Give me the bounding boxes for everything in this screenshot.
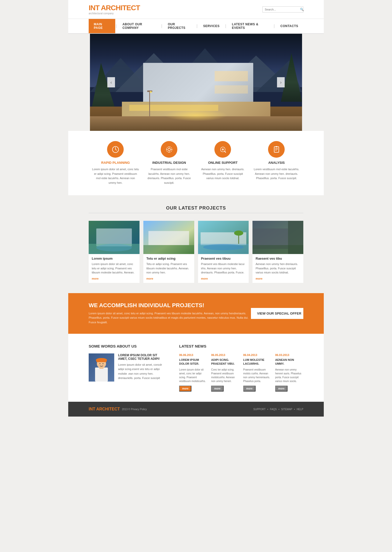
svg-point-44 [102, 363, 103, 364]
nav-sep-1: | [115, 24, 117, 28]
svg-point-30 [203, 244, 244, 250]
project-desc-4: Aenean non ummy hen dreriauris. Phaselll… [256, 262, 300, 275]
news-item-2: 06.05.2013 ADIPI SCING. PRAESENT VIBU. C… [211, 353, 239, 392]
nav-item-projects[interactable]: OUR PROJECTS [163, 19, 196, 33]
svg-point-8 [168, 148, 170, 151]
cta-button[interactable]: view our special offer [251, 308, 303, 319]
header: INT ARCHITECT architectural company 🔍 [68, 0, 324, 19]
news-date-2: 06.05.2013 [211, 353, 239, 356]
svg-rect-21 [96, 228, 132, 246]
svg-rect-19 [276, 146, 277, 147]
footer-sep-3: • [294, 408, 296, 411]
svg-line-14 [225, 151, 226, 152]
project-img-3 [198, 221, 249, 254]
nav-item-main-page[interactable]: MAIN PAGE [89, 19, 115, 33]
svg-point-9 [166, 147, 172, 152]
about-content: LOREM IPSUM DOLOR SIT AMET, CSEC TETUER … [89, 353, 164, 382]
search-input[interactable] [265, 8, 300, 11]
svg-rect-15 [274, 147, 279, 152]
news-more-btn-1[interactable]: more [179, 386, 191, 392]
nav-item-services[interactable]: SERVICES [198, 21, 225, 31]
svg-point-43 [99, 363, 100, 364]
project-info-2: Tetu er adipi scing Tetu er adipi scing.… [143, 254, 194, 283]
hero-image [90, 34, 302, 131]
svg-rect-25 [148, 231, 189, 245]
project-card-3: Praesent ves tibuu Praesent ves tibuum m… [198, 221, 249, 283]
nav-item-contacts[interactable]: CONTACTS [275, 21, 303, 31]
svg-rect-42 [96, 360, 107, 362]
project-info-1: Lorem ipsum Lorem ipsum dolor sit amet, … [89, 254, 140, 283]
svg-line-7 [116, 150, 117, 150]
logo-text: INT ARCHITECT [89, 4, 140, 12]
analysis-desc: Lorem vestibuum mol estie lacuiirhs. Aen… [253, 167, 300, 181]
footer-sep-1: • [267, 408, 269, 411]
cta-desc: Lorem ipsum dolor sit amet, conc tetu er… [89, 311, 251, 325]
nav-item-about[interactable]: ABOUT OUR COMPANY [117, 19, 160, 33]
news-item-1: 06.06.2013 LOREM IPSUM DOLOR SITER. Lore… [179, 353, 207, 392]
project-name-3: Praesent ves tibuu [201, 257, 246, 260]
footer-link-help[interactable]: HELP [297, 408, 303, 411]
building-light [164, 109, 228, 121]
news-grid: 06.06.2013 LOREM IPSUM DOLOR SITER. Lore… [179, 353, 303, 392]
project-desc-2: Tetu er adipi scing. Praesent ves tibuum… [146, 262, 191, 275]
project-more-3[interactable]: more [201, 277, 208, 280]
news-headline-4: AENEAN NON UMMY. [275, 358, 303, 366]
news-date-1: 06.06.2013 [179, 353, 207, 356]
feature-analysis: ANALYSIS Lorem vestibuum mol estie lacui… [253, 141, 300, 185]
footer-logo: INT ARCHITECT 2013 © Privacy Policy [89, 407, 147, 411]
project-more-2[interactable]: more [146, 277, 153, 280]
about-person-name: LOREM IPSUM DOLOR SIT AMET, CSEC TETUER … [118, 353, 164, 361]
project-more-1[interactable]: more [92, 277, 99, 280]
footer-link-support[interactable]: SUPPORT [253, 408, 266, 411]
logo-brand: INT [89, 4, 101, 12]
project-card-4: Raesent ves tibu Aenean non ummy hen dre… [252, 221, 303, 283]
footer-links: SUPPORT • FAQS • SITEMAP • HELP [253, 408, 303, 411]
analysis-title: ANALYSIS [253, 161, 300, 165]
about-image [89, 353, 114, 382]
online-support-title: ONLINE SUPPORT [199, 161, 247, 165]
news-more-btn-2[interactable]: more [211, 386, 223, 392]
footer-brand-accent: ARCHITECT [96, 407, 120, 411]
project-desc-3: Praesent ves tibuum molestie lacui irhs.… [201, 262, 246, 275]
news-body-3: Praesent vestibuum molsts cuirhs. Aenean… [243, 368, 271, 383]
footer-link-faqs[interactable]: FAQS [270, 408, 277, 411]
feature-rapid-planning: RAPID PLANNING Lorem ipsum dolor sit ame… [92, 141, 139, 185]
news-date-4: 06.03.2013 [275, 353, 303, 356]
features-section: RAPID PLANNING Lorem ipsum dolor sit ame… [68, 131, 324, 195]
project-card-1: Lorem ipsum Lorem ipsum dolor sit amet, … [89, 221, 140, 283]
logo-accent: ARCHITECT [101, 4, 140, 12]
news-body-4: Aenean non ummy henreri auris. Phaselus … [275, 368, 303, 383]
news-item-3: 06.04.2013 LUM MOLESTIE LACUIIRHS. Praes… [243, 353, 271, 392]
search-box[interactable]: 🔍 [262, 6, 303, 13]
news-section: LATEST NEWS 06.06.2013 LOREM IPSUM DOLOR… [179, 344, 303, 392]
nav-sep-2: | [161, 24, 163, 28]
rapid-planning-icon [107, 141, 124, 158]
industrial-design-title: INDUSTRIAL DESIGN [146, 161, 193, 165]
nav-item-news[interactable]: LATEST NEWS & EVENTS [227, 19, 273, 33]
svg-point-32 [234, 231, 243, 236]
project-card-2: Tetu er adipi scing Tetu er adipi scing.… [143, 221, 194, 283]
footer: INT ARCHITECT 2013 © Privacy Policy SUPP… [68, 402, 324, 417]
project-more-4[interactable]: more [256, 277, 262, 280]
cta-title: WE ACCOMPLISH INDIVIDUAL PROJECTS! [89, 302, 251, 309]
search-icon[interactable]: 🔍 [300, 8, 304, 11]
news-headline-3: LUM MOLESTIE LACUIIRHS. [243, 358, 271, 366]
slider-next-button[interactable]: › [277, 77, 285, 87]
rapid-planning-desc: Lorem ipsum dolor sit amet, conc tetu er… [92, 167, 139, 185]
footer-link-sitemap[interactable]: SITEMAP [281, 408, 292, 411]
project-info-3: Praesent ves tibuu Praesent ves tibuum m… [198, 254, 249, 283]
slider-prev-button[interactable]: ‹ [107, 77, 115, 87]
svg-rect-26 [143, 245, 194, 254]
online-support-desc: Aenean non ummy hen. dreriauris. Phasell… [199, 167, 247, 181]
lamppost [149, 91, 150, 116]
footer-brand: INT [89, 407, 96, 411]
bottom-section: SOME WORDS ABOUT US [68, 334, 324, 402]
news-more-btn-4[interactable]: more [275, 386, 287, 392]
industrial-design-icon [161, 141, 177, 158]
footer-sep-2: • [279, 408, 280, 411]
logo: INT ARCHITECT architectural company [89, 4, 140, 15]
news-more-btn-3[interactable]: more [243, 386, 256, 392]
rapid-planning-title: RAPID PLANNING [92, 161, 139, 165]
svg-point-23 [96, 244, 132, 251]
project-desc-1: Lorem ipsum dolor sit amet, conc tetu er… [92, 262, 136, 275]
